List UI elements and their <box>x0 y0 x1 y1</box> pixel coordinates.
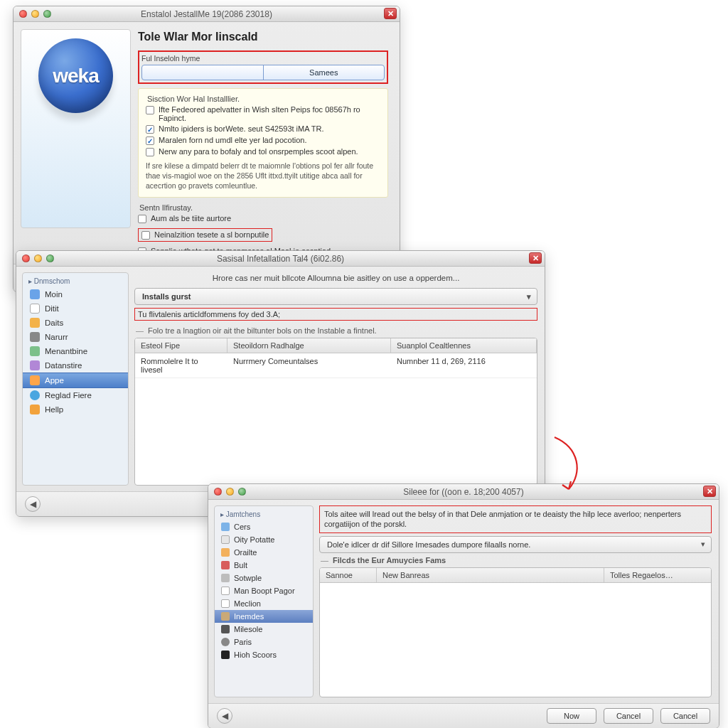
sidebar-item[interactable]: Cers <box>215 520 313 533</box>
table: Sannoe New Banreas Tolles Regaelos… <box>319 567 712 697</box>
sidebar-item-daits[interactable]: Daits <box>23 316 128 330</box>
close-icon[interactable]: ✕ <box>529 252 542 264</box>
close-light[interactable] <box>19 10 27 18</box>
section2-label: Sentn Ilfirustay. <box>139 203 388 212</box>
install-type-label: Ful Inseloln hyme <box>141 54 385 63</box>
install-type-segctrl[interactable]: Samees <box>141 65 385 80</box>
sidebar-item-datanstire[interactable]: Datanstire <box>23 358 128 373</box>
chk2[interactable] <box>146 125 154 134</box>
col-1[interactable]: Esteol Fipe <box>135 338 228 353</box>
chk4[interactable] <box>146 148 154 156</box>
sidebar-item[interactable]: Bult <box>215 559 313 572</box>
close-light[interactable] <box>22 255 30 262</box>
chk1[interactable] <box>146 106 154 114</box>
seg-1[interactable] <box>142 65 264 80</box>
titlebar-win1: Enstalol JestallMe 19(2086 23018) ✕ <box>14 6 400 22</box>
highlight-message: Tols aitee will lread out the belsy of i… <box>319 505 712 533</box>
chk1-label: Ifte Fedeored apelvatter in Wish sIten P… <box>159 105 380 122</box>
close-light[interactable] <box>214 488 222 496</box>
section1-label: Sisction Wor Hal Installlier. <box>147 95 380 103</box>
traffic-lights <box>208 488 246 496</box>
chk6-label: Neinalzition tesete a sl bornputile <box>154 230 269 239</box>
chk6[interactable] <box>141 231 150 240</box>
table-header: Sannoe New Banreas Tolles Regaelos… <box>320 568 711 583</box>
minimize-light[interactable] <box>226 488 234 496</box>
sidebar-item-reglad[interactable]: Reglad Fiere <box>23 388 128 402</box>
minimize-light[interactable] <box>34 255 42 262</box>
sidebar: ▸ Dnmschom Moin Ditit Daits Narurr Menan… <box>22 272 129 486</box>
back-button[interactable]: ◀ <box>217 708 232 724</box>
sidebar: ▸ Jamtchens Cers Oity Potatte Orailte Bu… <box>214 505 314 697</box>
col-2[interactable]: New Banreas <box>377 568 604 582</box>
banner-text: Hrore cas ner muit bllcote Alloumna bie … <box>134 274 537 282</box>
seg-2[interactable]: Samees <box>264 65 385 80</box>
minimize-light[interactable] <box>31 10 39 18</box>
sidebar-item-narurr[interactable]: Narurr <box>23 330 128 344</box>
connector-arrow <box>547 434 590 498</box>
subline: —Filcds the Eur Amuycies Fams <box>321 556 710 564</box>
chk3-label: Maralen forn nd umdl elte yer lad pocoti… <box>159 136 307 144</box>
sidebar-item[interactable]: Milesole <box>215 623 313 636</box>
traffic-lights <box>14 10 51 18</box>
chk5-label: Aum als be tiite aurtore <box>151 214 231 223</box>
titlebar-win3: Sileee for ((oon e. 18;200 4057) ✕ <box>208 484 719 500</box>
highlight-install-type: Ful Inseloln hyme Samees <box>138 50 388 84</box>
sidebar-item[interactable]: Hioh Scoors <box>215 648 313 661</box>
sidebar-item[interactable]: Man Boopt Pagor <box>215 584 313 597</box>
close-icon[interactable]: ✕ <box>384 8 397 19</box>
chk4-label: Nerw any para to bofaly and tol onsrpemp… <box>159 147 358 156</box>
table: Esteol Fipe Steoildorn Radhalge Suanplol… <box>134 338 537 486</box>
wizard-side-image: weka <box>21 29 131 228</box>
sidebar-item-moin[interactable]: Moin <box>23 287 128 301</box>
sidebar-item[interactable]: Paris <box>215 636 313 648</box>
sidebar-item-appe[interactable]: Appe <box>23 373 128 388</box>
table-row[interactable]: Rommolelre It to livesel Nurrmery Comeun… <box>135 353 537 378</box>
sidebar-item-help[interactable]: Hellp <box>23 402 128 417</box>
sidebar-header: ▸ Jamtchens <box>215 509 313 520</box>
close-icon[interactable]: ✕ <box>703 486 716 497</box>
col-3[interactable]: Suanplol Cealtlennes <box>391 338 537 353</box>
sidebar-item[interactable]: Meclion <box>215 597 313 610</box>
sidebar-item-menantbine[interactable]: Menantbine <box>23 344 128 358</box>
col-3[interactable]: Tolles Regaelos… <box>604 568 711 582</box>
subline: —Folo tre a lnagtion oir ait the biltunt… <box>136 326 536 335</box>
category-dropdown[interactable]: Installs gurst <box>134 288 537 305</box>
zoom-light[interactable] <box>46 255 54 262</box>
options-panel: Sisction Wor Hal Installlier. Ifte Fedeo… <box>138 88 388 198</box>
sidebar-header: ▸ Dnmschom <box>23 276 128 287</box>
wizard-heading: Tole Wlar Mor Iinscald <box>138 31 388 43</box>
weka-logo: weka <box>38 38 113 113</box>
traffic-lights <box>16 255 54 262</box>
sidebar-item[interactable]: Oity Potatte <box>215 533 313 546</box>
highlight-line: Tu flivtalenis articldfommens foy ded 3.… <box>134 308 537 321</box>
sidebar-item[interactable]: Sotwple <box>215 572 313 584</box>
cancel2-button[interactable]: Cancel <box>660 708 710 724</box>
chk5[interactable] <box>138 215 146 223</box>
sidebar-item[interactable]: Orailte <box>215 546 313 559</box>
col-1[interactable]: Sannoe <box>320 568 377 582</box>
zoom-light[interactable] <box>43 10 51 18</box>
col-2[interactable]: Steoildorn Radhalge <box>228 338 391 353</box>
window-title: Sileee for ((oon e. 18;200 4057) <box>208 487 719 497</box>
table-header: Esteol Fipe Steoildorn Radhalge Suanplol… <box>135 338 537 353</box>
back-button[interactable]: ◀ <box>25 496 41 512</box>
cancel-button[interactable]: Cancel <box>604 708 653 724</box>
chk3[interactable] <box>146 136 154 145</box>
category-dropdown[interactable]: Dole'e idlcer dr dif Sillore Imesades du… <box>319 536 712 553</box>
titlebar-win2: Sasisal Infetallation Tal4 (6i02.86) ✕ <box>16 251 545 267</box>
window-title: Enstalol JestallMe 19(2086 23018) <box>14 9 400 19</box>
zoom-light[interactable] <box>238 488 246 496</box>
window-title: Sasisal Infetallation Tal4 (6i02.86) <box>16 254 545 264</box>
chk2-label: Nmlto ipiders is borWete. seut S42593t i… <box>159 124 324 133</box>
options-note: If sre kilese a dimpatd belerr dt te mai… <box>146 161 380 191</box>
now-button[interactable]: Now <box>547 708 596 724</box>
sidebar-item-ditit[interactable]: Ditit <box>23 301 128 316</box>
sidebar-item-inemdes[interactable]: Inemdes <box>215 610 313 623</box>
